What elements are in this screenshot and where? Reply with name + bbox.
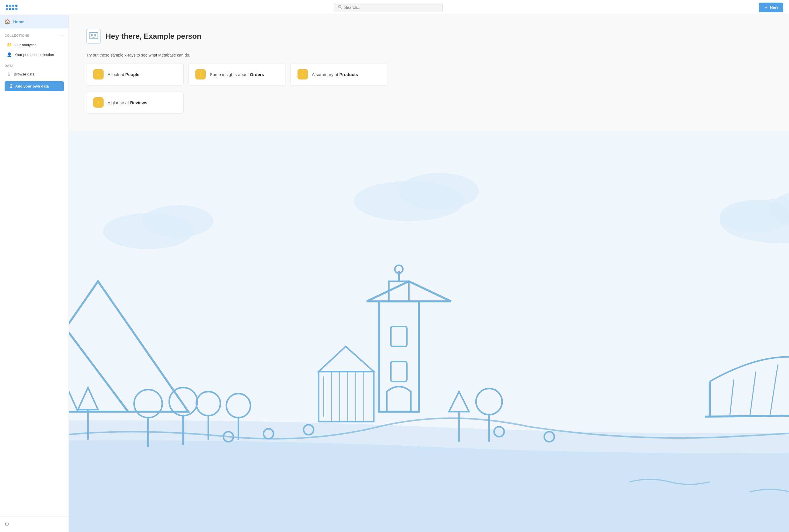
sidebar-item-home[interactable]: 🏠 Home [0,15,69,28]
app-logo [6,5,18,10]
search-input[interactable] [344,5,438,10]
sidebar-item-label: Our analytics [15,43,36,47]
svg-point-10 [143,205,213,237]
database-add-icon: 🗄 [9,84,13,88]
sidebar-item-browse-data[interactable]: 🗄 Browse data [2,70,66,79]
xray-card-prefix: A summary of [312,72,340,77]
xray-card-people[interactable]: ⚡ A look at People [86,63,184,86]
search-bar[interactable] [334,3,443,12]
sidebar-home-label: Home [13,20,24,24]
svg-line-1 [341,7,342,8]
xray-card-products[interactable]: ⚡ A summary of Products [290,63,388,86]
data-section-header: DATA [0,59,69,69]
navbar: ＋ New [0,0,789,15]
folder-icon: 📁 [7,42,12,47]
lightning-icon: ⚡ [93,97,103,108]
xray-card-orders-text: Some insights about Orders [210,72,264,77]
xray-card-prefix: A glance at [108,100,130,105]
xray-cards-grid: ⚡ A look at People ⚡ Some insights about… [86,63,772,86]
sidebar-item-label: Your personal collection [15,53,54,57]
xray-card-bold: Orders [250,72,264,77]
landscape-illustration [69,131,789,532]
xray-card-reviews[interactable]: ⚡ A glance at Reviews [86,91,184,114]
svg-point-12 [399,173,479,209]
database-icon: 🗄 [7,72,11,76]
main-inner: Hey there, Example person Try out these … [69,15,789,119]
sidebar-item-our-analytics[interactable]: 📁 Our analytics [2,40,66,49]
welcome-icon [86,29,101,44]
collections-header-label: COLLECTIONS [5,34,29,37]
add-data-button[interactable]: 🗄 Add your own data [5,81,64,91]
svg-point-15 [720,200,789,232]
browse-data-label: Browse data [14,72,34,76]
person-icon: 👤 [7,52,12,57]
xray-subtitle-text: Try out these sample x-rays to see what … [86,53,190,57]
logo-icon [6,5,18,10]
welcome-header: Hey there, Example person [86,29,772,44]
sidebar-item-personal-collection[interactable]: 👤 Your personal collection [2,50,66,59]
new-button[interactable]: ＋ New [759,3,783,12]
xray-card-orders[interactable]: ⚡ Some insights about Orders [188,63,286,86]
sidebar-bottom: ⚙ [0,516,69,532]
lightning-icon: ⚡ [297,69,308,79]
new-button-label: New [770,5,778,10]
xray-subtitle: Try out these sample x-rays to see what … [86,53,772,57]
add-data-label: Add your own data [15,84,49,88]
lightning-icon: ⚡ [93,69,103,79]
xray-card-prefix: A look at [108,72,126,77]
xray-card-prefix: Some insights about [210,72,250,77]
home-icon: 🏠 [5,19,10,24]
xray-cards-row2: ⚡ A glance at Reviews [86,91,772,114]
data-header-label: DATA [5,64,14,68]
settings-button[interactable]: ⚙ [5,521,9,527]
collections-section-header: COLLECTIONS ··· [0,28,69,40]
xray-card-bold: People [126,72,139,77]
xray-card-products-text: A summary of Products [312,72,358,77]
xray-card-reviews-text: A glance at Reviews [108,100,147,105]
app-body: 🏠 Home COLLECTIONS ··· 📁 Our analytics 👤… [0,15,789,532]
svg-rect-2 [89,33,98,39]
svg-point-4 [94,34,96,36]
sidebar: 🏠 Home COLLECTIONS ··· 📁 Our analytics 👤… [0,15,69,532]
main-content: Hey there, Example person Try out these … [69,15,789,532]
plus-icon: ＋ [764,5,768,10]
xray-card-bold: Reviews [130,100,147,105]
illustration-area [69,131,789,532]
svg-point-3 [92,34,93,36]
xray-card-people-text: A look at People [108,72,139,77]
welcome-title: Hey there, Example person [105,32,201,41]
collections-more-button[interactable]: ··· [59,33,64,38]
search-icon [338,5,342,10]
lightning-icon: ⚡ [195,69,206,79]
xray-card-bold: Products [340,72,358,77]
